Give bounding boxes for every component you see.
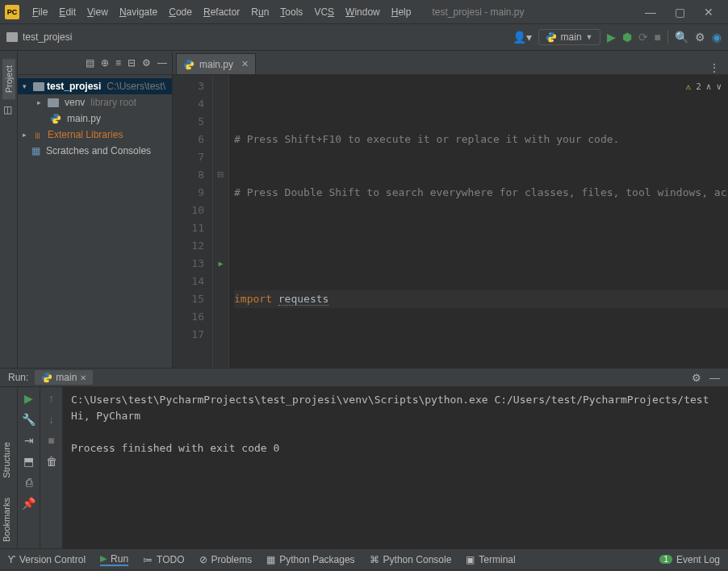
line-number: 8 — [173, 166, 204, 184]
run-actions-column-2: ↑ ↓ ■ 🗑 — [40, 387, 63, 548]
line-number: 16 — [173, 308, 204, 326]
chevron-down-icon[interactable]: ▾ — [23, 82, 31, 90]
close-run-tab-icon[interactable]: ✕ — [80, 373, 86, 382]
stop-button[interactable]: ■ — [48, 434, 54, 447]
line-number: 10 — [173, 202, 204, 219]
run-gutter-icon[interactable]: ▶ — [213, 255, 228, 273]
tree-venv[interactable]: ▸ venv library root — [18, 94, 172, 110]
console-icon: ⌘ — [370, 554, 379, 565]
project-tree[interactable]: ▾ test_projesi C:\Users\test\ ▸ venv lib… — [18, 75, 172, 162]
menu-edit[interactable]: Edit — [54, 4, 81, 20]
folder-icon — [33, 82, 44, 91]
folder-icon — [48, 98, 59, 107]
collapse-all-icon[interactable]: ⊟ — [128, 57, 136, 69]
menu-help[interactable]: Help — [387, 4, 416, 20]
editor-tab-main[interactable]: main.py ✕ — [176, 53, 256, 74]
line-number: 11 — [173, 219, 204, 237]
next-highlight-icon[interactable]: ∨ — [716, 78, 722, 96]
editor-tab-label: main.py — [199, 59, 233, 70]
breadcrumb[interactable]: test_projesi — [6, 31, 72, 43]
output-line: Hi, PyCharm — [71, 410, 140, 422]
project-panel: ▤ ⊕ ≡ ⊟ ⚙ — ▾ test_projesi C:\Users\test… — [18, 51, 173, 368]
close-tab-icon[interactable]: ✕ — [241, 59, 249, 69]
python-console-tool-tab[interactable]: ⌘Python Console — [370, 554, 452, 565]
run-output[interactable]: C:\Users\test\PycharmProjects\test_proje… — [63, 387, 728, 548]
run-config-selector[interactable]: main ▼ — [538, 29, 600, 45]
project-tool-tab[interactable]: Project — [2, 59, 15, 99]
menu-navigate[interactable]: Navigate — [115, 4, 162, 20]
tree-main-file[interactable]: main.py — [18, 110, 172, 127]
debug-button[interactable]: ⬢ — [622, 31, 632, 44]
structure-tool-tab[interactable]: Structure — [0, 436, 13, 485]
event-log-tool-tab[interactable]: 1 Event Log — [659, 554, 720, 565]
prev-highlight-icon[interactable]: ∧ — [706, 78, 712, 96]
inspection-widget[interactable]: ⚠ 2 ∧ ∨ — [686, 78, 722, 96]
python-file-icon — [183, 59, 195, 70]
editor-tabs: main.py ✕ ⋮ — [173, 51, 728, 75]
commit-tool-icon[interactable]: ◫ — [3, 104, 15, 115]
output-line: C:\Users\test\PycharmProjects\test_proje… — [71, 394, 709, 406]
python-icon — [41, 372, 52, 383]
select-opened-file-icon[interactable]: ⊕ — [101, 57, 109, 69]
todo-tool-tab[interactable]: ≔TODO — [143, 554, 184, 565]
add-user-icon[interactable]: 👤▾ — [513, 31, 532, 44]
close-button[interactable]: ✕ — [699, 6, 718, 19]
problems-tool-tab[interactable]: ⊘Problems — [199, 554, 253, 565]
terminal-tool-tab[interactable]: ▣Terminal — [466, 554, 515, 565]
code-with-me-button[interactable]: ◉ — [712, 31, 722, 44]
pin-tab-button[interactable]: 📌 — [22, 497, 36, 510]
output-line: Process finished with exit code 0 — [71, 442, 279, 454]
window-title: test_projesi - main.py — [432, 6, 524, 18]
label: Problems — [211, 554, 253, 565]
toggle-soft-wrap-button[interactable]: ⇥ — [24, 434, 34, 447]
scroll-to-end-button[interactable]: ⬒ — [23, 455, 34, 468]
run-tool-tab[interactable]: ▶Run — [100, 553, 128, 566]
title-bar: PC File Edit View Navigate Code Refactor… — [0, 0, 728, 24]
panel-settings-icon[interactable]: ⚙ — [142, 57, 151, 69]
menu-window[interactable]: Window — [341, 4, 385, 20]
hide-panel-icon[interactable]: — — [157, 57, 167, 69]
menu-view[interactable]: View — [82, 4, 113, 20]
menu-run[interactable]: Run — [246, 4, 274, 20]
rerun-button[interactable]: ▶ — [24, 392, 33, 405]
menu-tools[interactable]: Tools — [275, 4, 308, 20]
chevron-right-icon[interactable]: ▸ — [23, 131, 31, 139]
tree-root[interactable]: ▾ test_projesi C:\Users\test\ — [18, 78, 172, 94]
stop-button[interactable]: ■ — [655, 31, 661, 44]
menu-vcs[interactable]: VCS — [309, 4, 339, 20]
code-comment: # Press Shift+F10 to execute it or repla… — [234, 133, 619, 145]
editor-tabs-more[interactable]: ⋮ — [701, 61, 728, 74]
menu-refactor[interactable]: Refactor — [199, 4, 245, 20]
print-button[interactable]: ⎙ — [26, 476, 32, 489]
vcs-tool-tab[interactable]: ƳVersion Control — [8, 554, 86, 565]
line-number: 13 — [173, 255, 204, 273]
editor[interactable]: 3 4 5 6 7 8 9 10 11 12 13 14 15 16 17 ⊟ — [173, 75, 728, 368]
app-icon: PC — [5, 5, 19, 19]
clear-all-button[interactable]: 🗑 — [46, 455, 57, 468]
minimize-button[interactable]: — — [641, 6, 660, 19]
tree-external-libs[interactable]: ▸ ⫼ External Libraries — [18, 127, 172, 143]
run-settings-icon[interactable]: ⚙ — [692, 372, 701, 384]
project-view-combo[interactable]: ▤ — [86, 57, 94, 69]
modify-run-config-button[interactable]: 🔧 — [22, 413, 36, 426]
line-number: 14 — [173, 273, 204, 290]
tree-scratches[interactable]: ▦ Scratches and Consoles — [18, 143, 172, 159]
chevron-right-icon[interactable]: ▸ — [37, 98, 45, 106]
search-everywhere-button[interactable]: 🔍 — [675, 31, 688, 44]
menu-code[interactable]: Code — [164, 4, 197, 20]
fold-icon[interactable]: ⊟ — [213, 166, 228, 184]
maximize-button[interactable]: ▢ — [670, 6, 689, 19]
up-stack-button[interactable]: ↑ — [48, 392, 54, 405]
run-tab-main[interactable]: main ✕ — [35, 370, 93, 385]
code-area[interactable]: ⚠ 2 ∧ ∨ # Press Shift+F10 to execute it … — [229, 75, 728, 368]
bookmarks-tool-tab[interactable]: Bookmarks — [0, 491, 13, 548]
hide-run-panel-icon[interactable]: — — [709, 372, 720, 384]
run-button[interactable]: ▶ — [607, 31, 616, 44]
down-stack-button[interactable]: ↓ — [48, 413, 54, 426]
svg-point-0 — [549, 33, 550, 34]
python-packages-tool-tab[interactable]: ▦Python Packages — [266, 554, 354, 565]
expand-all-icon[interactable]: ≡ — [115, 57, 121, 69]
settings-button[interactable]: ⚙ — [695, 31, 705, 44]
menu-file[interactable]: File — [27, 4, 52, 20]
coverage-button[interactable]: ⟳ — [638, 31, 648, 44]
